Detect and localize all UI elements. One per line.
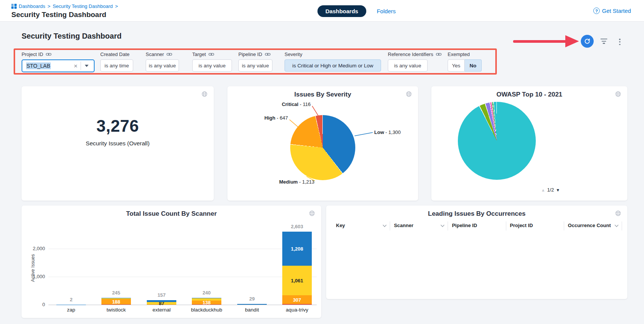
chevron-down-icon[interactable] — [383, 223, 387, 227]
page-down-icon[interactable]: ▼ — [556, 188, 560, 192]
bar-segment-blackduckhub-low — [192, 298, 221, 298]
filter-value-severity[interactable]: is Critical or High or Medium or Low — [285, 59, 381, 72]
x-axis-category-label: blackduckhub — [186, 307, 227, 313]
chart-title: OWASP Top 10 - 2021 — [431, 91, 627, 98]
filter-value-scanner[interactable]: is any value — [146, 59, 179, 72]
filter-label-scanner: Scanner — [146, 51, 179, 57]
breadcrumb-separator: > — [115, 3, 118, 9]
dashboards-grid-icon — [11, 4, 17, 9]
help-icon: ? — [593, 8, 600, 14]
filter-value-created-date[interactable]: is any time — [100, 59, 133, 72]
annotation-arrow-head — [565, 35, 579, 47]
filter-label-text: Severity — [285, 51, 302, 57]
table-column-scanner[interactable]: Scanner — [390, 221, 448, 231]
column-label: Project ID — [510, 223, 533, 228]
filter-label-text: Target — [192, 51, 206, 57]
filter-label-pipeline-id: Pipeline ID — [238, 51, 272, 57]
table-column-project-id[interactable]: Project ID — [506, 221, 564, 231]
header-tabs: Dashboards Folders — [317, 5, 396, 17]
exempted-option-no[interactable]: No — [465, 59, 482, 72]
bar-total-label: 157 — [147, 292, 176, 298]
y-tick-label: 0 — [30, 302, 45, 307]
filter-label-project-id: Project ID — [22, 51, 95, 57]
filter-label-created-date: Created Date — [100, 51, 133, 57]
gridline — [48, 249, 317, 249]
chart-title: Issues By Severity — [227, 91, 418, 98]
bar-segment-value: 307 — [282, 297, 312, 302]
filter-value-reference-identifiers[interactable]: is any value — [388, 59, 428, 72]
globe-icon[interactable] — [615, 210, 621, 218]
refresh-icon — [584, 38, 591, 45]
y-tick-label: 1,000 — [30, 274, 45, 279]
breadcrumb-dashboards[interactable]: Dashboards — [19, 3, 45, 9]
more-options-icon[interactable] — [618, 38, 621, 46]
globe-icon[interactable] — [615, 91, 621, 99]
header-title: Security Testing Dashboard — [11, 11, 106, 19]
table-header-row: KeyScannerPipeline IDProject IDOccurrenc… — [332, 221, 622, 231]
chevron-down-icon[interactable] — [615, 223, 619, 227]
link-icon — [166, 52, 172, 56]
card-leading-issues: Leading Issues By Occurrences KeyScanner… — [326, 206, 627, 299]
security-testing-dashboard-page: Dashboards > Security Testing Dashboard … — [0, 0, 644, 324]
bar-segment-twistlock-medium — [101, 298, 131, 299]
filter-label-severity: Severity — [285, 51, 381, 57]
page-title: Security Testing Dashboard — [22, 32, 121, 40]
filter-exempted-toggle: YesNo — [448, 59, 482, 72]
x-axis-category-label: twistlock — [95, 307, 137, 313]
table-column-key[interactable]: Key — [332, 221, 390, 231]
filter-reference-identifiers: Reference Identifiersis any value — [388, 51, 442, 72]
get-started-link[interactable]: ? Get Started — [593, 8, 631, 14]
card-issue-count-by-scanner: Total Issue Count By Scanner Active Issu… — [22, 206, 321, 318]
bar-segment-value: 1,208 — [282, 246, 312, 251]
filter-label-text: Reference Identifiers — [388, 51, 433, 57]
pie-label-medium: Medium - 1,213 — [261, 179, 314, 185]
get-started-label: Get Started — [602, 8, 631, 14]
y-tick-label: 2,000 — [30, 246, 45, 251]
refresh-button[interactable] — [581, 35, 594, 48]
bar-total-label: 2,603 — [282, 224, 312, 229]
x-axis-category-label: zap — [50, 307, 92, 313]
filter-value-target[interactable]: is any value — [192, 59, 232, 72]
filter-exempted: ExemptedYesNo — [448, 51, 482, 72]
filter-label-text: Pipeline ID — [238, 51, 262, 57]
card-owasp-top10: OWASP Top 10 - 2021 ▲ 1/2 ▼ — [431, 86, 627, 201]
exempted-option-yes[interactable]: Yes — [448, 59, 465, 72]
filter-value-pipeline-id[interactable]: is any value — [238, 59, 272, 72]
globe-icon[interactable] — [406, 91, 412, 99]
breadcrumb-current-dashboard[interactable]: Security Testing Dashboard — [53, 3, 113, 9]
card-issues-by-severity: Issues By Severity Critical - 116 High -… — [227, 86, 418, 201]
column-label: Key — [336, 223, 345, 228]
bar-segment-blackduckhub-high: 138 — [192, 301, 221, 304]
x-axis-category-label: bandit — [231, 307, 273, 313]
page-indicator: 1/2 — [547, 187, 554, 193]
tab-folders[interactable]: Folders — [377, 8, 396, 14]
chevron-down-icon[interactable] — [441, 223, 445, 227]
clear-icon[interactable]: × — [72, 63, 80, 69]
bar-total-label: 245 — [101, 290, 131, 296]
bar-segment-bandit-low — [237, 304, 267, 305]
bar-segment-external-low — [147, 300, 176, 302]
dashboard-filters-icon[interactable] — [600, 39, 607, 44]
pie-label-critical: Critical - 116 — [254, 101, 311, 107]
pie-label-low: Low - 1,300 — [374, 129, 401, 135]
bar-segment-external-medium: 87 — [147, 302, 176, 304]
page-up-icon[interactable]: ▲ — [541, 188, 545, 192]
x-axis-category-label: aqua-trivy — [276, 307, 318, 313]
bar-segment-aqua-trivy-high: 307 — [282, 295, 312, 304]
column-label: Occurrence Count — [568, 223, 611, 228]
tab-dashboards[interactable]: Dashboards — [317, 5, 366, 17]
gridline — [48, 305, 317, 305]
filter-project-id-input[interactable]: STO_LAB× — [22, 59, 95, 72]
bar-segment-aqua-trivy-critical — [282, 304, 312, 305]
table-column-occurrence-count[interactable]: Occurrence Count — [564, 221, 622, 231]
total-issues-label: Security Issues (Overall) — [22, 140, 214, 147]
chart-title: Leading Issues By Occurrences — [326, 210, 627, 218]
chevron-down-icon[interactable] — [85, 65, 89, 67]
link-icon — [46, 52, 51, 56]
filter-pipeline-id: Pipeline IDis any value — [238, 51, 272, 72]
filter-label-text: Exempted — [448, 51, 470, 57]
pie-label-high: High - 647 — [231, 115, 288, 121]
project-id-value: STO_LAB — [26, 62, 51, 69]
globe-icon[interactable] — [201, 91, 208, 99]
table-column-pipeline-id[interactable]: Pipeline ID — [448, 221, 506, 231]
